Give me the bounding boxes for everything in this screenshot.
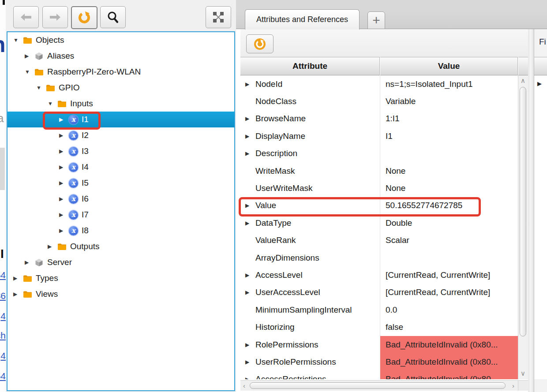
- expand-arrow-icon: ▶: [537, 80, 542, 87]
- expand-arrow-icon[interactable]: ▶: [59, 212, 67, 218]
- tree-item-i2[interactable]: ▶xI2: [7, 127, 234, 143]
- tab-attributes-and-references[interactable]: Attributes and References: [245, 9, 360, 30]
- attribute-row-description[interactable]: ▶Description: [240, 145, 518, 162]
- attribute-value: 1:I1: [380, 110, 518, 127]
- scroll-right-icon[interactable]: ›: [512, 382, 514, 389]
- expand-arrow-icon[interactable]: ▶: [245, 133, 255, 139]
- tree-item-aliases[interactable]: ▶ Aliases: [7, 48, 234, 64]
- tree-item-label: Server: [47, 258, 72, 267]
- collapse-arrow-icon[interactable]: ▼: [25, 69, 32, 75]
- back-icon: [20, 13, 32, 21]
- expand-arrow-icon[interactable]: ▶: [59, 116, 67, 123]
- tree-item-objects[interactable]: ▼ Objects: [7, 32, 234, 48]
- tree-item-raspberrypi-zero-wlan[interactable]: ▼ RaspberryPI-Zero-WLAN: [7, 64, 234, 80]
- attribute-name: DataType: [255, 218, 291, 228]
- attribute-row-userrolepermissions[interactable]: ▶UserRolePermissionsBad_AttributeIdInval…: [240, 353, 518, 370]
- folder-icon: [57, 99, 67, 108]
- expand-arrow-icon[interactable]: ▶: [59, 148, 67, 154]
- tree-item-label: Objects: [36, 35, 64, 45]
- attribute-row-userwritemask[interactable]: UserWriteMaskNone: [240, 179, 518, 197]
- tree-item-gpio[interactable]: ▼ GPIO: [7, 80, 234, 96]
- attribute-row-displayname[interactable]: ▶DisplayNameI1: [240, 127, 518, 145]
- attribute-row-historizing[interactable]: Historizingfalse: [240, 318, 518, 336]
- attribute-row-accesslevel[interactable]: ▶AccessLevel[CurrentRead, CurrentWrite]: [240, 266, 518, 284]
- attribute-row-writemask[interactable]: WriteMaskNone: [240, 162, 518, 179]
- tree-item-server[interactable]: ▶ Server: [7, 254, 234, 270]
- back-button[interactable]: [13, 6, 39, 28]
- expand-arrow-icon[interactable]: ▶: [13, 275, 21, 281]
- attribute-row-arraydimensions[interactable]: ArrayDimensions: [240, 249, 518, 266]
- attribute-row-useraccesslevel[interactable]: ▶UserAccessLevel[CurrentRead, CurrentWri…: [240, 284, 518, 301]
- scroll-up-icon[interactable]: ∧: [521, 77, 525, 84]
- expand-arrow-icon[interactable]: ▶: [245, 359, 255, 365]
- attribute-row-browsename[interactable]: ▶BrowseName1:I1: [240, 110, 518, 127]
- expand-arrow-icon[interactable]: ▶: [59, 132, 67, 138]
- attribute-row-valuerank[interactable]: ValueRankScalar: [240, 232, 518, 249]
- dock-splitter[interactable]: [528, 29, 534, 392]
- highlight-button[interactable]: [206, 6, 231, 28]
- tree-item-i5[interactable]: ▶xI5: [7, 175, 234, 191]
- attribute-row-value[interactable]: ▶Value50.16552774672785: [240, 197, 518, 214]
- scroll-left-icon[interactable]: ‹: [243, 382, 245, 389]
- forward-icon: [49, 13, 61, 21]
- folder-icon: [46, 83, 55, 93]
- attribute-value: [380, 145, 518, 162]
- expand-arrow-icon[interactable]: ▶: [245, 116, 255, 122]
- tree-item-label: Outputs: [70, 242, 100, 251]
- horizontal-scrollbar-thumb[interactable]: [250, 382, 506, 389]
- tree-item-views[interactable]: ▶ Views: [7, 286, 234, 302]
- tree-item-types[interactable]: ▶ Types: [7, 270, 234, 286]
- background-link-fragment: 4: [0, 311, 6, 321]
- expand-arrow-icon[interactable]: ▶: [245, 81, 255, 87]
- expand-arrow-icon[interactable]: ▶: [59, 164, 67, 170]
- horizontal-scrollbar[interactable]: ‹ ›: [240, 380, 518, 391]
- tree-item-i7[interactable]: ▶xI7: [7, 207, 234, 223]
- expand-arrow-icon[interactable]: ▶: [48, 243, 55, 250]
- vertical-scrollbar[interactable]: ∧ ∨: [518, 75, 528, 379]
- tree-item-i4[interactable]: ▶xI4: [7, 159, 234, 175]
- tree-item-i3[interactable]: ▶xI3: [7, 143, 234, 159]
- column-header-value[interactable]: Value: [380, 57, 518, 75]
- tree-item-label: Aliases: [47, 51, 74, 61]
- attribute-name: AccessRestrictions: [255, 374, 326, 379]
- column-header-attribute[interactable]: Attribute: [240, 57, 380, 75]
- expand-arrow-icon[interactable]: ▶: [59, 180, 67, 186]
- attribute-row-datatype[interactable]: ▶DataTypeDouble: [240, 214, 518, 231]
- collapse-arrow-icon[interactable]: ▼: [36, 85, 44, 91]
- attribute-row-rolepermissions[interactable]: ▶RolePermissionsBad_AttributeIdInvalid (…: [240, 336, 518, 353]
- clipped-panel-body: [534, 75, 547, 379]
- tree-item-outputs[interactable]: ▶ Outputs: [7, 239, 234, 254]
- expand-arrow-icon[interactable]: ▶: [245, 289, 255, 295]
- attribute-name: ValueRank: [255, 235, 296, 245]
- tree-item-i1[interactable]: ▶xI1: [7, 112, 234, 127]
- add-tab-button[interactable]: +: [367, 11, 385, 29]
- attribute-row-accessrestrictions[interactable]: ▶AccessRestrictionsBad_AttributeIdInvali…: [240, 371, 518, 379]
- expand-arrow-icon[interactable]: ▶: [25, 259, 32, 265]
- tree-item-i8[interactable]: ▶xI8: [7, 223, 234, 239]
- expand-arrow-icon[interactable]: ▶: [245, 202, 255, 209]
- tree-item-inputs[interactable]: ▼ Inputs: [7, 96, 234, 112]
- expand-arrow-icon[interactable]: ▶: [59, 228, 67, 234]
- collapse-arrow-icon[interactable]: ▼: [48, 101, 55, 107]
- attributes-refresh-button[interactable]: [246, 34, 274, 53]
- scroll-down-icon[interactable]: ∨: [521, 370, 525, 377]
- expand-arrow-icon[interactable]: ▶: [245, 342, 255, 348]
- background-link-fragment: 54: [0, 371, 6, 381]
- expand-arrow-icon[interactable]: ▶: [25, 53, 32, 59]
- expand-arrow-icon[interactable]: ▶: [245, 272, 255, 278]
- forward-button[interactable]: [42, 6, 68, 28]
- expand-arrow-icon[interactable]: ▶: [13, 291, 21, 297]
- attribute-row-minimumsamplinginterval[interactable]: MinimumSamplingInterval0.0: [240, 301, 518, 318]
- search-button[interactable]: [100, 6, 126, 28]
- attribute-row-nodeid[interactable]: ▶NodeIdns=1;s=Isolated_Input1: [240, 75, 518, 93]
- expand-arrow-icon[interactable]: ▶: [245, 220, 255, 226]
- vertical-scrollbar-thumb[interactable]: [520, 87, 526, 336]
- collapse-arrow-icon[interactable]: ▼: [13, 37, 21, 43]
- expand-arrow-icon[interactable]: ▶: [245, 376, 255, 379]
- expand-arrow-icon[interactable]: ▶: [59, 196, 67, 202]
- attribute-value: Bad_AttributeIdInvalid (0x80...: [380, 371, 518, 379]
- expand-arrow-icon[interactable]: ▶: [245, 150, 255, 157]
- attribute-row-nodeclass[interactable]: NodeClassVariable: [240, 93, 518, 110]
- refresh-button[interactable]: [71, 6, 97, 29]
- tree-item-i6[interactable]: ▶xI6: [7, 191, 234, 207]
